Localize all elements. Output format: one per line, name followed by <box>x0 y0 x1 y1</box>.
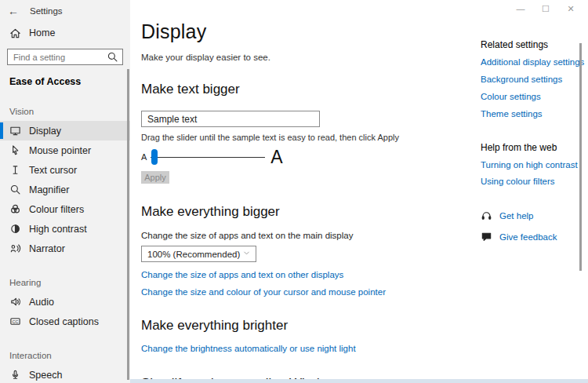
maximize-icon[interactable]: ☐ <box>533 0 558 17</box>
link-other-displays[interactable]: Change the size of apps and text on othe… <box>141 270 470 279</box>
sidebar-item-text-cursor[interactable]: Text cursor <box>0 160 130 180</box>
section-label-vision: Vision <box>9 107 121 116</box>
sidebar-item-mouse-pointer[interactable]: Mouse pointer <box>0 140 130 160</box>
search-icon[interactable] <box>107 51 118 63</box>
get-help-link[interactable]: Get help <box>499 211 533 221</box>
scale-dropdown-label: Change the size of apps and text on the … <box>141 231 470 240</box>
get-help-row[interactable]: Get help <box>481 210 586 221</box>
text-cursor-icon <box>9 164 21 176</box>
sidebar-scrollbar[interactable] <box>127 69 129 380</box>
get-help-icon <box>481 210 492 221</box>
sidebar-item-label: Mouse pointer <box>29 145 91 156</box>
sidebar-item-speech[interactable]: Speech <box>0 365 130 383</box>
home-icon <box>9 27 21 39</box>
high-contrast-icon <box>9 223 21 235</box>
sidebar-item-magnifier[interactable]: Magnifier <box>0 180 130 199</box>
sidebar-item-display[interactable]: Display <box>0 121 130 140</box>
slider-track[interactable] <box>151 157 265 158</box>
text-size-slider[interactable] <box>151 147 265 167</box>
link-additional-display-settings[interactable]: Additional display settings <box>481 57 586 67</box>
narrator-icon <box>9 243 21 254</box>
page-title: Display <box>141 20 470 43</box>
give-feedback-link[interactable]: Give feedback <box>499 232 557 242</box>
sidebar-item-high-contrast[interactable]: High contrast <box>0 219 130 239</box>
heading-make-everything-brighter: Make everything brighter <box>141 318 470 334</box>
window-title: Settings <box>30 6 63 16</box>
chevron-down-icon <box>242 249 251 259</box>
sidebar-item-narrator[interactable]: Narrator <box>0 239 130 258</box>
help-from-web-heading: Help from the web <box>481 142 586 153</box>
heading-make-everything-bigger: Make everything bigger <box>141 204 470 220</box>
give-feedback-icon <box>481 231 492 243</box>
sidebar-item-label: Audio <box>29 297 54 308</box>
text-size-slider-row: A A <box>141 147 470 167</box>
give-feedback-row[interactable]: Give feedback <box>481 231 586 243</box>
link-cursor-pointer-size[interactable]: Change the size and colour of your curso… <box>141 287 470 297</box>
sidebar: Home Ease of Access Vision Display Mouse… <box>0 0 130 383</box>
link-brightness-night-light[interactable]: Change the brightness automatically or u… <box>141 344 470 353</box>
search-box[interactable] <box>7 49 123 65</box>
apply-button[interactable]: Apply <box>141 171 169 184</box>
related-settings-heading: Related settings <box>481 39 586 50</box>
sidebar-item-label: High contrast <box>29 224 87 235</box>
slider-handle[interactable] <box>151 149 158 165</box>
search-input[interactable] <box>13 53 107 62</box>
slider-hint: Drag the slider until the sample text is… <box>141 133 470 142</box>
closed-captions-icon: CC <box>9 316 21 327</box>
sidebar-item-label: Speech <box>29 370 62 381</box>
sidebar-item-label: Colour filters <box>29 204 84 215</box>
svg-text:CC: CC <box>12 319 18 324</box>
section-label-hearing: Hearing <box>9 278 121 287</box>
sidebar-item-label: Display <box>29 126 61 137</box>
sidebar-item-closed-captions[interactable]: CC Closed captions <box>0 312 130 331</box>
slider-big-a-label: A <box>270 147 282 168</box>
sidebar-item-home[interactable]: Home <box>0 24 130 42</box>
back-arrow-icon[interactable]: ← <box>8 5 19 17</box>
sidebar-item-label: Narrator <box>29 243 65 254</box>
scale-dropdown-value: 100% (Recommended) <box>147 250 240 259</box>
display-icon <box>9 125 21 137</box>
audio-icon <box>9 296 21 308</box>
sidebar-item-label: Text cursor <box>29 165 77 176</box>
link-turning-on-high-contrast[interactable]: Turning on high contrast <box>481 160 586 170</box>
minimize-icon[interactable]: — <box>508 0 533 17</box>
heading-make-text-bigger: Make text bigger <box>141 82 470 97</box>
mouse-pointer-icon <box>9 144 21 156</box>
home-label: Home <box>29 27 55 38</box>
main-content: Display Make your display easier to see.… <box>130 0 588 383</box>
window-controls: — ☐ ✕ <box>508 0 583 17</box>
main-scrollbar[interactable] <box>579 43 582 271</box>
colour-filters-icon <box>9 203 21 215</box>
slider-small-a-label: A <box>141 152 147 162</box>
link-background-settings[interactable]: Background settings <box>481 75 586 84</box>
scale-dropdown[interactable]: 100% (Recommended) <box>141 246 256 262</box>
sidebar-item-colour-filters[interactable]: Colour filters <box>0 199 130 219</box>
category-title: Ease of Access <box>9 76 121 87</box>
speech-icon <box>9 369 21 381</box>
link-using-colour-filters[interactable]: Using colour filters <box>481 177 586 186</box>
related-settings-column: Related settings Additional display sett… <box>481 39 586 243</box>
sidebar-item-audio[interactable]: Audio <box>0 292 130 312</box>
sidebar-item-label: Closed captions <box>29 316 99 327</box>
section-label-interaction: Interaction <box>9 351 121 360</box>
magnifier-icon <box>9 184 21 195</box>
sample-text-field[interactable]: Sample text <box>141 111 320 127</box>
page-subtitle: Make your display easier to see. <box>141 53 470 62</box>
link-theme-settings[interactable]: Theme settings <box>481 109 586 119</box>
link-colour-settings[interactable]: Colour settings <box>481 92 586 101</box>
bottom-edge-strip <box>130 379 588 383</box>
close-icon[interactable]: ✕ <box>558 0 583 17</box>
sidebar-item-label: Magnifier <box>29 184 69 195</box>
